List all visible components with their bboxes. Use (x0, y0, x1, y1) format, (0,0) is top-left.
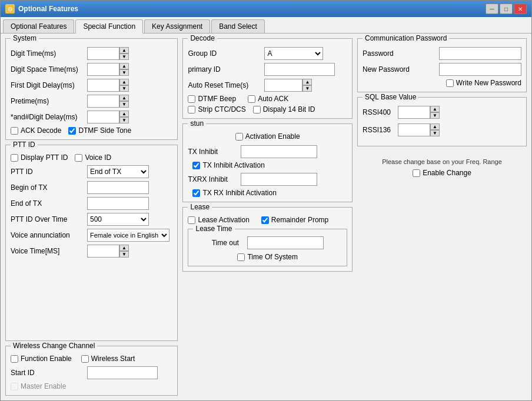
auto-ack-checkbox[interactable] (248, 95, 255, 103)
sql-base-panel: SQL Base Value RSSI400 50 ▲ ▼ RSSI136 10 (357, 97, 527, 146)
pretime-input[interactable]: 600 (87, 95, 119, 108)
begin-of-tx-input[interactable]: 123 (87, 181, 149, 194)
first-digit-delay-up[interactable]: ▲ (119, 79, 129, 85)
tab-key-assignment[interactable]: Key Assignment (144, 19, 210, 33)
and-hash-delay-label: *and#Digit Delay(ms) (11, 113, 87, 121)
first-digit-delay-input[interactable]: 0 (87, 79, 119, 92)
digit-space-down[interactable]: ▼ (119, 69, 129, 76)
and-hash-delay-down[interactable]: ▼ (119, 117, 129, 123)
txrx-inhibit-input[interactable] (241, 173, 317, 186)
voice-id-label[interactable]: Voice ID (75, 153, 111, 162)
voice-time-down[interactable]: ▼ (119, 251, 129, 258)
rssi136-up[interactable]: ▲ (430, 123, 440, 130)
new-password-input[interactable] (439, 63, 521, 76)
tabs-bar: Optional Features Special Function Key A… (1, 17, 531, 34)
lease-activation-checkbox[interactable] (188, 216, 195, 224)
dtmf-beep-label[interactable]: DTMF Beep (188, 95, 236, 103)
voice-id-checkbox[interactable] (75, 154, 82, 162)
tx-inhibit-activation-label[interactable]: TX Inhibit Activation (192, 161, 347, 169)
time-out-input[interactable]: 2099-10-01 (247, 236, 324, 249)
start-id-input[interactable]: 80899 (87, 366, 158, 379)
password-input[interactable] (439, 47, 521, 60)
voice-time-input[interactable]: 10 (87, 245, 119, 258)
auto-reset-spinner: 30 ▲ ▼ (264, 79, 312, 92)
display-14bit-checkbox[interactable] (253, 106, 261, 113)
strip-ctc-dcs-label[interactable]: Strip CTC/DCS (188, 105, 245, 113)
minimize-button[interactable]: ─ (486, 4, 498, 14)
ptt-id-panel: PTT ID Display PTT ID Voice ID PTT ID En… (5, 145, 178, 341)
display-ptt-id-text: Display PTT ID (21, 153, 68, 162)
strip-ctc-dcs-checkbox[interactable] (188, 106, 195, 113)
display-14bit-label[interactable]: Dispaly 14 Bit ID (253, 105, 315, 113)
time-of-system-label[interactable]: Time Of System (193, 253, 342, 261)
close-button[interactable]: ✕ (514, 4, 527, 14)
wireless-start-checkbox[interactable] (81, 355, 89, 363)
ack-decode-checkbox[interactable] (11, 127, 18, 135)
digit-space-input[interactable]: 100 (87, 63, 119, 76)
rssi400-input[interactable]: 50 (398, 106, 430, 119)
tx-rx-inhibit-activation-label[interactable]: TX RX Inhibit Activation (192, 189, 347, 197)
comm-password-panel: Communication Password Password New Pass… (357, 38, 527, 92)
activation-enable-checkbox[interactable] (235, 133, 243, 141)
time-of-system-text: Time Of System (247, 253, 298, 261)
remainder-prompt-checkbox[interactable] (261, 216, 269, 224)
digit-space-spinner: 100 ▲ ▼ (87, 63, 129, 76)
enable-change-label[interactable]: Enable Change (360, 169, 524, 177)
rssi400-down[interactable]: ▼ (430, 112, 440, 119)
tab-band-select[interactable]: Band Select (211, 19, 265, 33)
rssi136-row: RSSI136 100 ▲ ▼ (363, 123, 521, 136)
begin-of-tx-row: Begin of TX 123 (11, 181, 172, 194)
dtmf-beep-checkbox[interactable] (188, 95, 195, 103)
master-enable-checkbox[interactable] (11, 383, 18, 390)
end-of-tx-input[interactable]: 123 (87, 197, 149, 210)
remainder-prompt-label[interactable]: Remainder Promp (261, 216, 328, 224)
lease-activation-label[interactable]: Lease Activation (188, 216, 249, 224)
rssi400-up[interactable]: ▲ (430, 106, 440, 112)
pretime-up[interactable]: ▲ (119, 95, 129, 101)
rssi400-spinner: 50 ▲ ▼ (398, 106, 440, 119)
tx-inhibit-activation-checkbox[interactable] (192, 162, 200, 169)
time-of-system-checkbox[interactable] (237, 253, 245, 261)
tab-special-function[interactable]: Special Function (75, 19, 143, 34)
dtmf-side-tone-checkbox-label[interactable]: DTMF Side Tone (68, 126, 131, 135)
digit-time-input[interactable]: 100 (87, 47, 119, 60)
ptt-id-select[interactable]: End of TX Begin of TX Both (87, 165, 149, 178)
write-new-password-checkbox[interactable] (446, 79, 454, 87)
rssi136-input[interactable]: 100 (398, 123, 430, 136)
voice-annunciation-select[interactable]: Female voice in English Male voice in En… (87, 229, 169, 242)
maximize-button[interactable]: □ (500, 4, 513, 14)
rssi136-down[interactable]: ▼ (430, 130, 440, 136)
tx-inhibit-input[interactable] (241, 145, 317, 158)
ack-decode-checkbox-label[interactable]: ACK Decode (11, 126, 61, 135)
wireless-start-label[interactable]: Wireless Start (81, 355, 135, 363)
tab-optional-features[interactable]: Optional Features (3, 19, 74, 33)
right-column: Communication Password Password New Pass… (357, 38, 527, 396)
auto-reset-input[interactable]: 30 (264, 79, 302, 92)
and-hash-delay-up[interactable]: ▲ (119, 111, 129, 117)
function-enable-checkbox[interactable] (11, 355, 18, 363)
digit-time-down[interactable]: ▼ (119, 54, 129, 60)
tx-rx-inhibit-activation-checkbox[interactable] (192, 189, 200, 197)
dtmf-side-tone-checkbox[interactable] (68, 127, 76, 135)
and-hash-delay-input[interactable]: 0 (87, 111, 119, 123)
auto-reset-up[interactable]: ▲ (302, 79, 312, 85)
first-digit-delay-down[interactable]: ▼ (119, 85, 129, 92)
write-new-password-label[interactable]: Write New Password (363, 79, 521, 87)
display-ptt-id-checkbox[interactable] (11, 154, 18, 162)
auto-ack-label[interactable]: Auto ACK (248, 95, 288, 103)
auto-reset-down[interactable]: ▼ (302, 85, 312, 92)
master-enable-label[interactable]: Master Enable (11, 382, 172, 390)
new-password-label: New Password (363, 65, 439, 73)
digit-space-up[interactable]: ▲ (119, 63, 129, 69)
group-id-select[interactable]: A B C D (264, 47, 323, 60)
function-enable-label[interactable]: Function Enable (11, 355, 72, 363)
middle-column: Decode Group ID A B C D primary ID 1000 … (182, 38, 353, 396)
digit-time-up[interactable]: ▲ (119, 47, 129, 54)
voice-time-up[interactable]: ▲ (119, 245, 129, 251)
primary-id-input[interactable]: 1000 (264, 63, 335, 76)
display-ptt-id-label[interactable]: Display PTT ID (11, 153, 68, 162)
ptt-over-time-select[interactable]: 500 1000 (87, 213, 149, 226)
pretime-down[interactable]: ▼ (119, 101, 129, 108)
enable-change-checkbox[interactable] (413, 169, 420, 177)
activation-enable-label[interactable]: Activation Enable (188, 132, 347, 141)
